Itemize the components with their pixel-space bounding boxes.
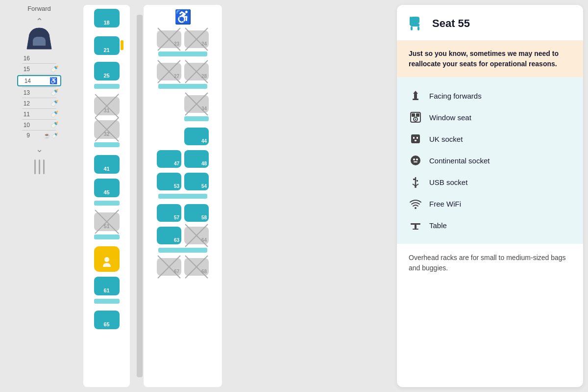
map-row-10[interactable]: 10 🍼 — [17, 120, 61, 130]
svg-point-28 — [415, 207, 416, 209]
row-icons: 🍼 — [50, 65, 58, 73]
seat-number: 44 — [201, 138, 207, 144]
seat-34[interactable]: 34 — [184, 95, 209, 113]
seat-47[interactable]: 47 — [157, 150, 181, 168]
seat-61[interactable]: 61 — [94, 277, 120, 295]
table-bar — [94, 201, 120, 206]
svg-rect-25 — [413, 179, 416, 180]
carriage-connector — [137, 15, 143, 377]
seat-28[interactable]: 28 — [184, 63, 209, 80]
seat-number: 27 — [174, 74, 179, 79]
svg-point-0 — [104, 257, 109, 262]
seat-68[interactable]: 68 — [184, 258, 209, 276]
train-direction-label: Forward — [27, 5, 51, 12]
baby-icon: 🍼 — [50, 121, 58, 129]
scroll-down-button[interactable]: ⌄ — [36, 144, 43, 155]
seat-27[interactable]: 27 — [157, 63, 181, 80]
feature-wifi: Free WiFi — [409, 193, 571, 214]
seat-32[interactable]: 32 — [94, 120, 120, 139]
seat-number: 58 — [201, 215, 207, 220]
accessibility-icon: ♿ — [174, 9, 192, 25]
seat-number: 45 — [103, 189, 109, 195]
table-bar — [158, 248, 207, 253]
seat-57[interactable]: 57 — [157, 204, 181, 222]
seat-row-57-58: 57 58 — [157, 204, 209, 222]
feature-continental-socket-label: Continental socket — [429, 157, 490, 165]
svg-marker-7 — [413, 91, 418, 94]
feature-window-seat: Window seat — [409, 106, 571, 128]
seat-24[interactable]: 24 — [184, 30, 209, 48]
seat-number: 48 — [201, 161, 207, 166]
row-icons: ♿ — [49, 77, 57, 84]
cup-icon: ☕ — [44, 132, 50, 139]
svg-rect-6 — [414, 94, 417, 99]
row-number: 12 — [20, 100, 30, 107]
svg-point-19 — [413, 158, 415, 160]
seat-41[interactable]: 41 — [94, 155, 120, 174]
feature-facing-forwards: Facing forwards — [409, 85, 571, 106]
window-seat-icon — [409, 110, 422, 124]
baby-icon: 🍼 — [51, 132, 58, 139]
svg-rect-21 — [414, 161, 417, 162]
row-number: 16 — [20, 55, 30, 62]
scroll-up-button[interactable]: ⌃ — [36, 16, 43, 27]
seat-53[interactable]: 53 — [157, 173, 181, 190]
seat-54[interactable]: 54 — [184, 173, 209, 190]
seat-number: 53 — [174, 183, 179, 189]
table-bar — [94, 142, 120, 147]
train-nose-svg — [22, 27, 56, 54]
train-outline: ⌃ 16 15 🍼 14 ♿ 13 — [20, 16, 59, 174]
row-divider — [22, 130, 56, 131]
map-row-11[interactable]: 11 🍼 — [17, 109, 61, 119]
seat-21-container: 21 — [94, 36, 120, 55]
svg-rect-30 — [415, 225, 416, 229]
seat-info-panel: Seat 55 Just so you know, sometimes we m… — [397, 5, 583, 387]
seat-63[interactable]: 63 — [157, 227, 181, 244]
carriage-1: 18 21 25 31 32 41 — [83, 5, 130, 387]
seat-58[interactable]: 58 — [184, 204, 209, 222]
map-row-15[interactable]: 15 🍼 — [17, 64, 61, 74]
seat-row-34: 34 — [157, 95, 209, 113]
seat-25[interactable]: 25 — [94, 62, 120, 80]
train-map: Forward ⌃ 16 15 🍼 14 ♿ — [0, 0, 78, 392]
seat-48[interactable]: 48 — [184, 150, 209, 168]
seat-23[interactable]: 23 — [157, 30, 181, 48]
svg-point-27 — [415, 186, 416, 188]
seat-45[interactable]: 45 — [94, 179, 120, 197]
map-row-9[interactable]: 9 ☕ 🍼 — [17, 131, 61, 140]
seat-67[interactable]: 67 — [157, 258, 181, 276]
seat-row-44: 44 — [157, 128, 209, 145]
seat-51[interactable]: 51 — [94, 212, 120, 231]
train-tail — [34, 159, 45, 174]
overhead-note-text: Overhead racks are for small to medium-s… — [409, 253, 571, 273]
row-divider — [22, 119, 56, 120]
row-icons: ☕ 🍼 — [44, 132, 58, 139]
svg-rect-15 — [413, 137, 415, 139]
seat-number: 61 — [103, 287, 109, 293]
seat-number: 67 — [174, 269, 179, 274]
seat-65[interactable]: 65 — [94, 311, 120, 329]
seat-44[interactable]: 44 — [184, 128, 209, 145]
svg-rect-3 — [411, 26, 413, 30]
seat-header: Seat 55 — [397, 5, 583, 41]
carriage-2: ♿ 23 24 27 28 34 — [144, 5, 222, 387]
svg-rect-8 — [413, 99, 418, 100]
seat-number: 25 — [103, 73, 109, 78]
seat-title: Seat 55 — [432, 17, 470, 30]
seat-55[interactable] — [94, 246, 120, 272]
seat-21[interactable]: 21 — [94, 36, 120, 55]
person-icon — [100, 255, 114, 269]
seat-64[interactable]: 64 — [184, 227, 209, 244]
seat-18[interactable]: 18 — [94, 9, 120, 27]
seat-row-23-24: 23 24 — [157, 30, 209, 48]
table-bar — [94, 235, 120, 239]
seat-number: 41 — [103, 166, 109, 172]
seat-31[interactable]: 31 — [94, 97, 120, 115]
seat-number: 31 — [103, 107, 109, 113]
map-row-13[interactable]: 13 🍼 — [17, 88, 61, 97]
map-row-16[interactable]: 16 — [17, 54, 61, 63]
map-row-14[interactable]: 14 ♿ — [17, 75, 61, 86]
svg-rect-31 — [413, 229, 418, 230]
map-row-12[interactable]: 12 🍼 — [17, 99, 61, 108]
overhead-note: Overhead racks are for small to medium-s… — [397, 244, 583, 282]
